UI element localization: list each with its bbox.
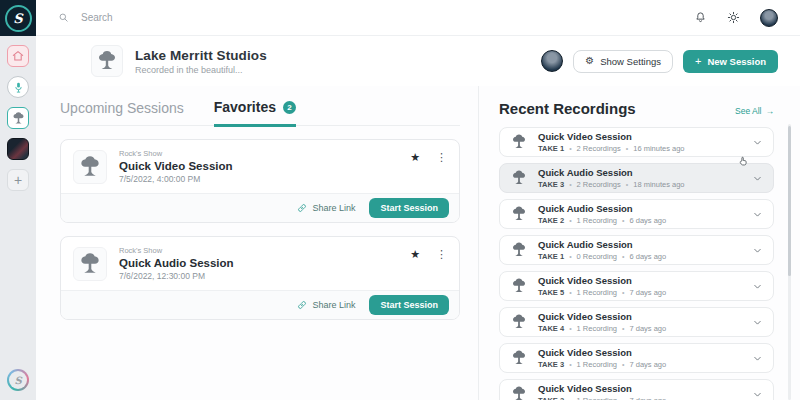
recording-info: Quick Audio Session TAKE 2 1 Recording 6… (538, 203, 742, 225)
tab-favorites[interactable]: Favorites 2 (214, 99, 296, 127)
search-icon (58, 12, 69, 23)
favorites-count-badge: 2 (283, 101, 296, 114)
session-datetime: 7/6/2022, 12:30:00 PM (119, 271, 234, 281)
recording-time: 7 days ago (617, 360, 666, 369)
recording-take: TAKE 3 (538, 360, 564, 369)
squadcast-logo-ring: S (5, 5, 32, 32)
session-card-actions: ★ ⋮ (410, 246, 447, 261)
session-show-name: Rock's Show (119, 149, 233, 158)
recording-info: Quick Video Session TAKE 3 1 Recording 7… (538, 347, 742, 369)
recording-title: Quick Video Session (538, 131, 742, 142)
see-all-label: See All (735, 106, 761, 116)
squadcast-logo[interactable]: S (0, 0, 36, 36)
recent-recordings-header: Recent Recordings See All → (499, 100, 774, 117)
chevron-down-icon[interactable] (752, 353, 763, 364)
gear-icon: ⚙ (585, 56, 594, 66)
tree-logo-icon (510, 277, 528, 295)
content: Upcoming Sessions Favorites 2 (36, 86, 800, 400)
tree-logo-icon (510, 241, 528, 259)
search-input[interactable] (81, 12, 281, 23)
scrollbar-thumb[interactable] (788, 126, 791, 276)
page-title: Lake Merritt Studios (135, 48, 267, 63)
recording-take: TAKE 1 (538, 252, 564, 261)
recording-row[interactable]: Quick Audio Session TAKE 2 1 Recording 6… (499, 199, 774, 229)
new-session-button[interactable]: + New Session (683, 50, 778, 73)
sidebar-item-home[interactable] (7, 45, 29, 67)
recording-meta: TAKE 4 1 Recording 7 days ago (538, 324, 742, 333)
chevron-down-icon[interactable] (752, 173, 763, 184)
microphone-icon (12, 81, 25, 94)
session-title: Quick Audio Session (119, 257, 234, 269)
session-card-list: Rock's Show Quick Video Session 7/5/2022… (60, 139, 460, 320)
share-link-button[interactable]: Share Link (297, 203, 355, 213)
recording-row[interactable]: Quick Audio Session TAKE 1 0 Recording 6… (499, 235, 774, 265)
chevron-down-icon[interactable] (752, 281, 763, 292)
sidebar-item-lake-merritt-show[interactable] (7, 107, 29, 129)
session-show-name: Rock's Show (119, 246, 234, 255)
tree-logo-icon (95, 49, 119, 73)
home-icon (11, 49, 25, 63)
recording-count: 0 Recording (564, 252, 617, 261)
tab-upcoming-sessions[interactable]: Upcoming Sessions (60, 99, 184, 125)
tab-favorites-label: Favorites (214, 99, 276, 115)
recording-meta: TAKE 2 1 Recording 7 days ago (538, 396, 742, 400)
sidebar-item-squadcast-show[interactable] (7, 76, 29, 98)
more-options-kebab-icon[interactable]: ⋮ (436, 151, 447, 164)
chevron-down-icon[interactable] (752, 245, 763, 256)
tree-logo-icon (77, 154, 103, 180)
recording-count: 1 Recording (564, 288, 617, 297)
session-datetime: 7/5/2022, 4:00:00 PM (119, 174, 233, 184)
sidebar-item-rocks-show[interactable] (7, 138, 29, 160)
arrow-right-icon: → (766, 106, 775, 116)
search-bar[interactable] (58, 12, 694, 23)
chevron-down-icon[interactable] (752, 317, 763, 328)
recording-info: Quick Video Session TAKE 5 1 Recording 7… (538, 275, 742, 297)
share-link-button[interactable]: Share Link (297, 300, 355, 310)
recording-row[interactable]: Quick Video Session TAKE 1 2 Recordings … (499, 127, 774, 157)
favorite-star-icon[interactable]: ★ (410, 248, 420, 261)
start-session-button[interactable]: Start Session (369, 198, 449, 218)
recording-title: Quick Audio Session (538, 203, 742, 214)
recording-take: TAKE 2 (538, 396, 564, 400)
session-show-logo (73, 247, 107, 281)
chevron-down-icon[interactable] (752, 137, 763, 148)
notifications-bell-icon[interactable] (694, 11, 707, 24)
user-avatar[interactable] (760, 9, 778, 27)
start-session-button[interactable]: Start Session (369, 295, 449, 315)
chevron-down-icon[interactable] (752, 389, 763, 400)
chevron-down-icon[interactable] (752, 209, 763, 220)
favorite-star-icon[interactable]: ★ (410, 151, 420, 164)
tab-upcoming-label: Upcoming Sessions (60, 100, 184, 116)
more-options-kebab-icon[interactable]: ⋮ (436, 248, 447, 261)
recording-title: Quick Video Session (538, 383, 742, 394)
session-card-actions: ★ ⋮ (410, 149, 447, 164)
see-all-link[interactable]: See All → (735, 106, 774, 116)
session-card-footer: Share Link Start Session (61, 290, 459, 319)
recording-time: 16 minutes ago (621, 144, 685, 153)
recording-meta: TAKE 1 0 Recording 6 days ago (538, 252, 742, 261)
recent-recordings-list: Quick Video Session TAKE 1 2 Recordings … (499, 127, 774, 400)
recording-info: Quick Audio Session TAKE 1 0 Recording 6… (538, 239, 742, 261)
recording-row[interactable]: Quick Video Session TAKE 3 1 Recording 7… (499, 343, 774, 373)
recording-row[interactable]: Quick Video Session TAKE 5 1 Recording 7… (499, 271, 774, 301)
recording-count: 1 Recording (564, 396, 617, 400)
recording-take: TAKE 4 (538, 324, 564, 333)
recording-row[interactable]: Quick Video Session TAKE 2 1 Recording 7… (499, 379, 774, 400)
show-header-text: Lake Merritt Studios Recorded in the bea… (135, 48, 267, 75)
recording-row[interactable]: Quick Video Session TAKE 4 1 Recording 7… (499, 307, 774, 337)
tree-logo-icon (11, 111, 26, 126)
recording-count: 1 Recording (564, 360, 617, 369)
recording-time: 7 days ago (617, 288, 666, 297)
theme-brightness-icon[interactable] (727, 11, 740, 24)
recording-meta: TAKE 3 2 Recordings 18 minutes ago (538, 180, 742, 189)
session-title: Quick Video Session (119, 160, 233, 172)
member-avatar[interactable] (541, 50, 563, 72)
add-show-button[interactable]: + (7, 169, 29, 191)
tree-logo-icon (510, 169, 528, 187)
recording-info: Quick Audio Session TAKE 3 2 Recordings … (538, 167, 742, 189)
recording-row[interactable]: Quick Audio Session TAKE 3 2 Recordings … (499, 163, 774, 193)
tree-logo-icon (510, 205, 528, 223)
show-settings-button[interactable]: ⚙ Show Settings (573, 50, 673, 73)
recording-count: 1 Recording (564, 324, 617, 333)
recording-time: 6 days ago (617, 252, 666, 261)
